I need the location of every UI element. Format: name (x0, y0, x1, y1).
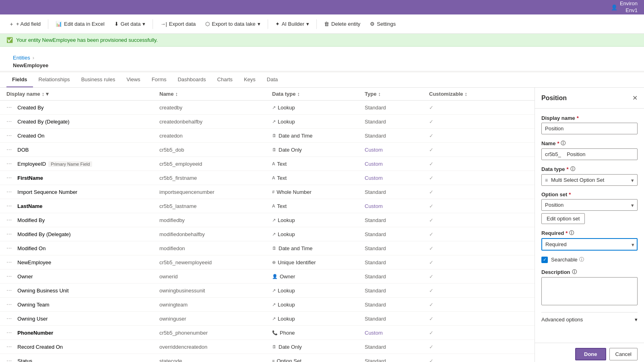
sort-icon-3: ↕ (297, 91, 300, 97)
tab-fields[interactable]: Fields (6, 72, 33, 87)
tab-forms[interactable]: Forms (146, 72, 172, 87)
tab-data[interactable]: Data (261, 72, 283, 87)
env-info: 👤 Environ Env1 (611, 0, 638, 14)
edit-option-set-button[interactable]: Edit option set (541, 213, 585, 224)
tab-relationships[interactable]: Relationships (33, 72, 76, 87)
done-button[interactable]: Done (575, 348, 606, 360)
table-row: ··· Owning User owninguser ↗ Lookup Stan… (0, 312, 535, 326)
row-context-menu[interactable]: ··· (6, 259, 12, 266)
data-type-row-icon: 📞 (272, 330, 278, 335)
data-type-row-icon: ↗ (272, 119, 276, 124)
row-context-menu[interactable]: ··· (6, 287, 12, 294)
customizable-cell: ✓ (429, 105, 477, 111)
tab-dashboards[interactable]: Dashboards (172, 72, 211, 87)
ai-builder-button[interactable]: ✦ AI Builder ▾ (271, 19, 313, 29)
row-context-menu[interactable]: ··· (6, 160, 12, 167)
tab-business-rules[interactable]: Business rules (76, 72, 121, 87)
export-lake-button[interactable]: ⬡ Export to data lake ▾ (201, 19, 264, 29)
description-textarea[interactable] (541, 277, 638, 305)
data-type-value: Lookup (278, 105, 295, 111)
display-name-group: Display name * (541, 115, 638, 134)
col-type[interactable]: Type ↕ (365, 91, 429, 97)
name-group: Name * ⓘ (541, 140, 638, 160)
field-display-name: Owning User (17, 316, 47, 322)
row-context-menu[interactable]: ··· (6, 132, 12, 139)
toolbar-divider-3 (268, 19, 268, 29)
row-context-menu[interactable]: ··· (6, 273, 12, 280)
add-field-button[interactable]: ＋ + Add field (5, 19, 45, 29)
display-name-input[interactable] (541, 123, 638, 134)
excel-icon: 📊 (56, 21, 62, 27)
row-context-menu[interactable]: ··· (6, 245, 12, 252)
row-context-menu[interactable]: ··· (6, 188, 12, 195)
get-data-button[interactable]: ⬇ Get data ▾ (110, 19, 150, 29)
col-data-type[interactable]: Data type ↕ (272, 91, 365, 97)
data-type-cell: 🗓 Date and Time (272, 133, 365, 139)
data-type-row-icon: ↗ (272, 302, 276, 307)
row-context-menu[interactable]: ··· (6, 104, 12, 111)
display-name-cell: ··· Record Created On (6, 343, 159, 350)
tab-charts[interactable]: Charts (212, 72, 238, 87)
option-set-select[interactable]: Position (542, 200, 637, 210)
panel-close-button[interactable]: ✕ (632, 94, 638, 102)
required-star-type: * (567, 166, 569, 172)
breadcrumb: Entities › (6, 50, 638, 61)
tab-views[interactable]: Views (121, 72, 146, 87)
row-context-menu[interactable]: ··· (6, 118, 12, 125)
row-context-menu[interactable]: ··· (6, 216, 12, 224)
display-name-cell: ··· FirstName (6, 174, 159, 181)
settings-button[interactable]: ⚙ Settings (366, 19, 400, 29)
field-display-name: Modified By (Delegate) (17, 231, 70, 237)
row-context-menu[interactable]: ··· (6, 343, 12, 350)
display-name-cell: ··· Import Sequence Number (6, 188, 159, 195)
col-customizable[interactable]: Customizable ↕ (429, 91, 477, 97)
row-context-menu[interactable]: ··· (6, 202, 12, 210)
col-name[interactable]: Name ↕ (159, 91, 272, 97)
row-context-menu[interactable]: ··· (6, 146, 12, 153)
customizable-cell: ✓ (429, 231, 477, 237)
field-display-name: FirstName (17, 175, 43, 181)
row-context-menu[interactable]: ··· (6, 315, 12, 322)
row-context-menu[interactable]: ··· (6, 357, 12, 362)
data-type-cell: 🗓 Date and Time (272, 245, 365, 251)
env-label: Environ (620, 0, 638, 7)
row-context-menu[interactable]: ··· (6, 301, 12, 308)
entities-link[interactable]: Entities (13, 55, 30, 61)
description-info-icon[interactable]: ⓘ (572, 269, 577, 276)
panel-title: Position (541, 95, 567, 102)
display-name-cell: ··· Created By (Delegate) (6, 118, 159, 125)
type-cell: Custom (365, 147, 429, 153)
customizable-cell: ✓ (429, 147, 477, 153)
row-context-menu[interactable]: ··· (6, 174, 12, 181)
advanced-options-section[interactable]: Advanced options ▾ (541, 312, 638, 327)
toolbar-divider-2 (153, 19, 153, 29)
searchable-info-icon[interactable]: ⓘ (579, 256, 584, 263)
tab-keys[interactable]: Keys (238, 72, 261, 87)
data-type-select-wrapper: ≡ Multi Select Option Set Text Whole Num… (541, 174, 638, 186)
name-info-icon[interactable]: ⓘ (561, 140, 566, 147)
table-row: ··· Record Created On overriddencreatedo… (0, 340, 535, 354)
required-select[interactable]: Optional Required Business Required (541, 238, 638, 251)
name-cell: owninguser (159, 316, 272, 322)
customizable-cell: ✓ (429, 189, 477, 195)
field-display-name: DOB (17, 147, 29, 153)
required-info-icon[interactable]: ⓘ (569, 230, 574, 237)
row-context-menu[interactable]: ··· (6, 329, 12, 336)
data-type-select[interactable]: Multi Select Option Set Text Whole Numbe… (551, 175, 637, 185)
delete-entity-button[interactable]: 🗑 Delete entity (320, 19, 364, 29)
data-type-value: Date Only (279, 147, 302, 153)
row-context-menu[interactable]: ··· (6, 230, 12, 238)
cancel-button[interactable]: Cancel (609, 348, 638, 360)
edit-excel-button[interactable]: 📊 Edit data in Excel (52, 19, 108, 29)
data-type-info-icon[interactable]: ⓘ (570, 166, 575, 173)
env-name: Env1 (620, 7, 638, 14)
display-name-cell: ··· LastName (6, 202, 159, 210)
data-icon: ⬇ (114, 21, 119, 27)
name-input[interactable] (541, 148, 638, 160)
col-display-name[interactable]: Display name ↕ ▾ (6, 91, 159, 97)
export-data-button[interactable]: →| Export data (156, 19, 200, 29)
data-type-cell: 📞 Phone (272, 330, 365, 336)
data-type-value: Lookup (278, 217, 295, 223)
type-cell: Standard (365, 245, 429, 251)
searchable-checkbox[interactable] (541, 257, 548, 263)
